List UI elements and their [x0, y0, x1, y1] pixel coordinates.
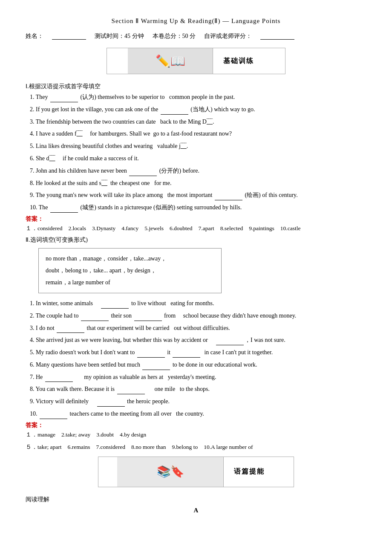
- section2-answers-line2: ５．take; apart 6.remains 7.considered 8.n…: [26, 442, 366, 452]
- list-item: 7. John and his children have never been…: [30, 166, 366, 176]
- list-item: 9. The young man's new work will take it…: [30, 190, 366, 200]
- pencil-icon: ✏️📖: [156, 54, 185, 68]
- banner-yupiantineng: 📚🔖 语篇提能: [98, 457, 294, 487]
- list-item: 3. The friendship between the two countr…: [30, 117, 366, 127]
- name-label: 姓名：: [26, 32, 43, 40]
- list-item: 8. You can walk there. Because it is one…: [30, 384, 366, 394]
- book-icon: 📚🔖: [157, 465, 184, 478]
- list-item: 7. He my opinion as valuable as hers at …: [30, 372, 366, 382]
- section1-answers: １．considered 2.locals 3.Dynasty 4.fancy …: [26, 224, 366, 234]
- list-item: 8. He looked at the suits and s‾‾‾ the c…: [30, 178, 366, 188]
- list-item: 4. She arrived just as we were leaving, …: [30, 335, 366, 345]
- reading-section: 阅读理解 A: [26, 496, 366, 514]
- list-item: 1. They (认为) themselves to be superior t…: [30, 92, 366, 102]
- list-item: 5. My radio doesn't work but I don't wan…: [30, 347, 366, 358]
- section2-header: Ⅱ.选词填空(可变换形式): [26, 236, 366, 244]
- total-label: 本卷总分：50 分: [153, 32, 196, 40]
- list-item: 1. In winter, some animals to live witho…: [30, 298, 366, 309]
- page-title: Section Ⅱ Warming Up & Reading(Ⅱ) — Lang…: [26, 17, 366, 25]
- banner-jichuxunlian: ✏️📖 基础训练: [107, 48, 285, 74]
- word-box-line1: no more than，manage，consider，take...away…: [46, 253, 214, 265]
- reading-letter: A: [26, 507, 366, 514]
- section1-answer-label: 答案：: [26, 215, 366, 223]
- word-box-line2: doubt，belong to，take... apart，by design，: [46, 265, 214, 277]
- banner2-left-image: 📚🔖: [117, 457, 224, 487]
- banner-right-text: 基础训练: [213, 48, 264, 74]
- section1-header: Ⅰ.根据汉语提示或首字母填空: [26, 83, 366, 90]
- banner2-right-text: 语篇提能: [224, 457, 275, 487]
- list-item: 6. She d‾‾‾ if he could make a success o…: [30, 153, 366, 164]
- reading-header: 阅读理解: [26, 496, 366, 503]
- list-item: 10. teachers came to the meeting from al…: [30, 409, 366, 419]
- section2-answers-line1: １．manage 2.take; away 3.doubt 4.by desig…: [26, 430, 366, 440]
- list-item: 5. Lina likes dressing beautiful clothes…: [30, 141, 366, 151]
- info-line: 姓名： 测试时间：45 分钟 本卷总分：50 分 自评或老师评分：: [26, 32, 366, 40]
- name-blank: [52, 33, 86, 40]
- list-item: 6. Many questions have been settled but …: [30, 360, 366, 370]
- eval-label: 自评或老师评分：: [204, 32, 252, 40]
- eval-blank: [260, 33, 294, 40]
- section1-list: 1. They (认为) themselves to be superior t…: [30, 92, 366, 213]
- list-item: 10. The (城堡) stands in a picturesque (似画…: [30, 202, 366, 213]
- section2-list: 1. In winter, some animals to live witho…: [30, 298, 366, 419]
- list-item: 2. The couple had to their son from scho…: [30, 311, 366, 321]
- list-item: 2. If you get lost in the village, you c…: [30, 104, 366, 115]
- banner-left-image: ✏️📖: [128, 48, 213, 74]
- list-item: 3. I do not that our experiment will be …: [30, 323, 366, 333]
- time-label: 测试时间：45 分钟: [95, 32, 144, 40]
- section2-answer-label: 答案：: [26, 422, 366, 429]
- list-item: 9. Victory will definitely the heroic pe…: [30, 396, 366, 407]
- word-box: no more than，manage，consider，take...away…: [38, 248, 222, 293]
- word-box-line3: remain，a large number of: [46, 277, 214, 289]
- list-item: 4. I have a sudden f‾‾‾ for hamburgers. …: [30, 129, 366, 139]
